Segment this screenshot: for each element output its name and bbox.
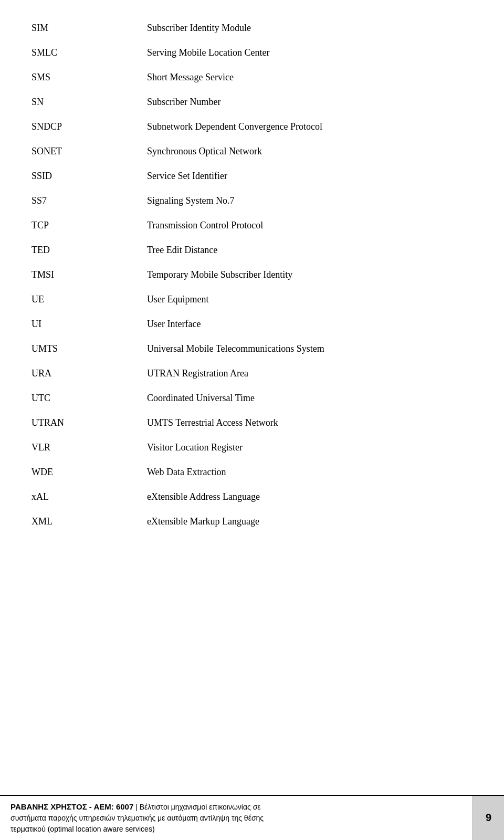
abbreviation-term: VLR bbox=[32, 435, 147, 460]
abbreviation-term: TMSI bbox=[32, 262, 147, 287]
abbreviation-definition: Temporary Mobile Subscriber Identity bbox=[147, 262, 472, 287]
abbreviation-definition: eXtensible Markup Language bbox=[147, 509, 472, 534]
abbreviation-definition: Serving Mobile Location Center bbox=[147, 40, 472, 65]
table-row: TMSITemporary Mobile Subscriber Identity bbox=[32, 262, 472, 287]
abbreviation-term: UTRAN bbox=[32, 411, 147, 435]
footer-left: ΡΑΒΑΝΗΣ ΧΡΗΣΤΟΣ - ΑΕΜ: 6007 | Βέλτιστοι … bbox=[0, 796, 472, 841]
table-row: UTRANUMTS Terrestrial Access Network bbox=[32, 411, 472, 435]
abbreviation-term: SIM bbox=[32, 16, 147, 40]
abbreviation-definition: eXtensible Address Language bbox=[147, 485, 472, 509]
abbreviation-term: SMLC bbox=[32, 40, 147, 65]
table-row: UMTSUniversal Mobile Telecommunications … bbox=[32, 337, 472, 361]
abbreviation-term: UI bbox=[32, 312, 147, 337]
table-row: UEUser Equipment bbox=[32, 287, 472, 312]
abbreviation-definition: Subnetwork Dependent Convergence Protoco… bbox=[147, 114, 472, 139]
table-row: VLRVisitor Location Register bbox=[32, 435, 472, 460]
table-row: WDEWeb Data Extraction bbox=[32, 460, 472, 485]
abbreviation-definition: Subscriber Identity Module bbox=[147, 16, 472, 40]
abbreviation-term: TED bbox=[32, 238, 147, 262]
abbreviation-definition: Visitor Location Register bbox=[147, 435, 472, 460]
table-row: SMSShort Message Service bbox=[32, 65, 472, 90]
table-row: SS7Signaling System No.7 bbox=[32, 188, 472, 213]
main-content: SIMSubscriber Identity ModuleSMLCServing… bbox=[0, 0, 504, 586]
table-row: XMLeXtensible Markup Language bbox=[32, 509, 472, 534]
footer-title-part1: Βέλτιστοι μηχανισμοί επικοινωνίας σε bbox=[140, 803, 261, 811]
abbreviation-term: XML bbox=[32, 509, 147, 534]
table-row: UIUser Interface bbox=[32, 312, 472, 337]
abbreviation-term: xAL bbox=[32, 485, 147, 509]
abbreviation-table: SIMSubscriber Identity ModuleSMLCServing… bbox=[32, 16, 472, 534]
table-row: SMLCServing Mobile Location Center bbox=[32, 40, 472, 65]
footer-title-line2: συστήματα παροχής υπηρεσιών τηλεματικής … bbox=[10, 814, 264, 822]
abbreviation-term: UMTS bbox=[32, 337, 147, 361]
abbreviation-term: SONET bbox=[32, 139, 147, 164]
table-row: TEDTree Edit Distance bbox=[32, 238, 472, 262]
abbreviation-term: UE bbox=[32, 287, 147, 312]
abbreviation-definition: Short Message Service bbox=[147, 65, 472, 90]
abbreviation-definition: Universal Mobile Telecommunications Syst… bbox=[147, 337, 472, 361]
abbreviation-definition: UMTS Terrestrial Access Network bbox=[147, 411, 472, 435]
abbreviation-term: SMS bbox=[32, 65, 147, 90]
abbreviation-definition: Service Set Identifier bbox=[147, 164, 472, 188]
abbreviation-term: SNDCP bbox=[32, 114, 147, 139]
abbreviation-term: UTC bbox=[32, 386, 147, 411]
footer-title-line3: τερματικού (optimal location aware servi… bbox=[10, 825, 155, 833]
table-row: SNSubscriber Number bbox=[32, 90, 472, 114]
abbreviation-term: SSID bbox=[32, 164, 147, 188]
table-row: URAUTRAN Registration Area bbox=[32, 361, 472, 386]
table-row: SONETSynchronous Optical Network bbox=[32, 139, 472, 164]
table-row: SIMSubscriber Identity Module bbox=[32, 16, 472, 40]
abbreviation-definition: Synchronous Optical Network bbox=[147, 139, 472, 164]
table-row: SNDCPSubnetwork Dependent Convergence Pr… bbox=[32, 114, 472, 139]
footer-separator: | bbox=[133, 803, 139, 811]
abbreviation-term: WDE bbox=[32, 460, 147, 485]
abbreviation-term: SN bbox=[32, 90, 147, 114]
abbreviation-definition: User Equipment bbox=[147, 287, 472, 312]
table-row: UTCCoordinated Universal Time bbox=[32, 386, 472, 411]
footer-author: ΡΑΒΑΝΗΣ ΧΡΗΣΤΟΣ - ΑΕΜ: 6007 bbox=[10, 802, 133, 811]
abbreviation-term: TCP bbox=[32, 213, 147, 238]
abbreviation-term: SS7 bbox=[32, 188, 147, 213]
table-row: TCPTransmission Control Protocol bbox=[32, 213, 472, 238]
abbreviation-term: URA bbox=[32, 361, 147, 386]
abbreviation-definition: User Interface bbox=[147, 312, 472, 337]
abbreviation-definition: Subscriber Number bbox=[147, 90, 472, 114]
abbreviation-definition: Transmission Control Protocol bbox=[147, 213, 472, 238]
abbreviation-definition: Signaling System No.7 bbox=[147, 188, 472, 213]
table-row: SSIDService Set Identifier bbox=[32, 164, 472, 188]
table-row: xALeXtensible Address Language bbox=[32, 485, 472, 509]
abbreviation-definition: Tree Edit Distance bbox=[147, 238, 472, 262]
footer: ΡΑΒΑΝΗΣ ΧΡΗΣΤΟΣ - ΑΕΜ: 6007 | Βέλτιστοι … bbox=[0, 795, 504, 841]
abbreviation-definition: Coordinated Universal Time bbox=[147, 386, 472, 411]
abbreviation-definition: UTRAN Registration Area bbox=[147, 361, 472, 386]
abbreviation-definition: Web Data Extraction bbox=[147, 460, 472, 485]
footer-page-number: 9 bbox=[472, 796, 504, 841]
